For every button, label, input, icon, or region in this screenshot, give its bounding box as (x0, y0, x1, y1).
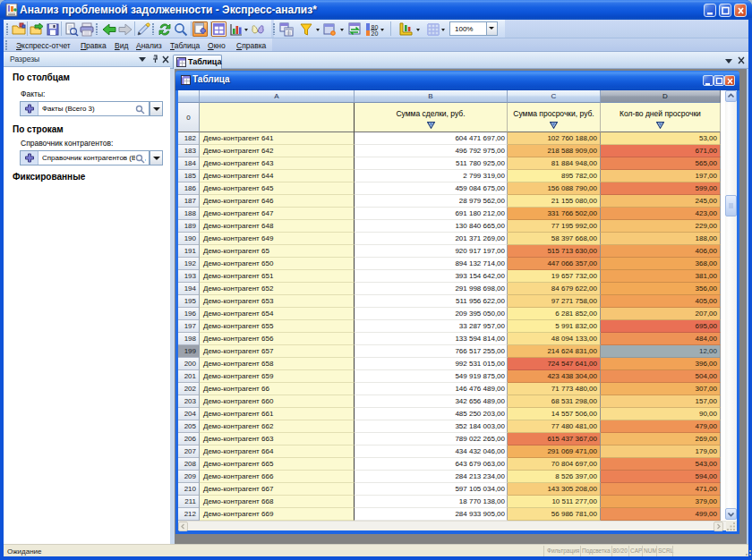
svg-text:80: 80 (372, 24, 379, 30)
svg-text:20: 20 (372, 30, 379, 37)
